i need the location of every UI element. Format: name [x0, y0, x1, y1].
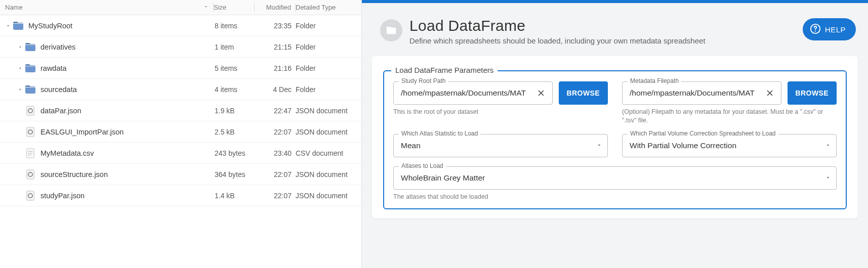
expander-down-icon[interactable]: [4, 23, 12, 28]
load-dataframe-fieldset: Load DataFrame Parameters Study Root Pat…: [383, 70, 847, 209]
file-size: 4 items: [215, 85, 255, 94]
atlases-label: Atlases to Load: [399, 162, 446, 169]
svg-rect-0: [27, 106, 34, 115]
file-name: studyPar.json: [40, 192, 85, 200]
expander-right-icon[interactable]: [16, 87, 24, 92]
file-name: derivatives: [40, 43, 75, 51]
file-modified: 22:47: [255, 107, 296, 115]
metadata-browse-button[interactable]: BROWSE: [788, 81, 837, 105]
atlas-statistic-select[interactable]: Which Atlas Statistic to Load Mean: [393, 134, 608, 157]
file-size: 1.4 kB: [215, 192, 255, 200]
file-type: Folder: [296, 85, 361, 94]
expander-right-icon[interactable]: [16, 44, 24, 50]
chevron-down-icon: [825, 173, 831, 183]
file-row[interactable]: dataPar.json1.9 kB22:47JSON document: [0, 100, 361, 121]
file-name: MyMetadata.csv: [40, 149, 94, 157]
metadata-helper: (Optional) Filepath to any metadata for …: [622, 108, 837, 125]
file-type: JSON document: [296, 128, 361, 136]
file-type: Folder: [296, 64, 361, 72]
svg-rect-10: [27, 191, 34, 200]
sort-chevron-icon: [203, 4, 209, 11]
file-name: rawdata: [40, 64, 67, 72]
metadata-label: Metadata Filepath: [628, 77, 681, 84]
file-size: 243 bytes: [215, 149, 255, 157]
file-row[interactable]: sourceStructure.json364 bytes22:07JSON d…: [0, 164, 361, 185]
file-row[interactable]: EASLGUI_ImportPar.json2.5 kB22:07JSON do…: [0, 121, 361, 143]
file-modified: 22:07: [255, 192, 296, 200]
clear-icon[interactable]: [764, 87, 776, 99]
page-subtitle: Define which spreadsheets should be load…: [409, 36, 706, 45]
file-type: JSON document: [296, 192, 361, 200]
file-size: 1 item: [215, 43, 255, 51]
file-type: Folder: [296, 43, 361, 51]
file-row[interactable]: derivatives1 item21:15Folder: [0, 36, 361, 58]
atlas-statistic-label: Which Atlas Statistic to Load: [399, 130, 480, 137]
help-label: HELP: [825, 25, 846, 34]
file-size: 1.9 kB: [215, 107, 255, 115]
file-modified: 21:16: [255, 64, 296, 72]
study-root-input[interactable]: [401, 88, 535, 98]
file-row[interactable]: MyMetadata.csv243 bytes23:40CSV document: [0, 143, 361, 164]
load-dataframe-panel: Load DataFrame Define which spreadsheets…: [362, 0, 868, 268]
file-name: dataPar.json: [40, 107, 81, 115]
file-icon: [24, 190, 36, 202]
file-modified: 4 Dec: [255, 85, 296, 94]
pvc-label: Which Partial Volume Correction Spreadsh…: [628, 130, 778, 137]
file-name: MyStudyRoot: [28, 22, 72, 30]
pvc-select[interactable]: Which Partial Volume Correction Spreadsh…: [622, 134, 837, 157]
file-browser: Name Size Modified Detailed Type MyStudy…: [0, 0, 362, 268]
file-size: 364 bytes: [215, 170, 255, 178]
file-icon: [24, 168, 36, 181]
expander-right-icon[interactable]: [16, 66, 24, 71]
folder-icon: [24, 62, 36, 74]
svg-point-13: [815, 30, 816, 31]
svg-rect-8: [27, 169, 34, 178]
file-row[interactable]: MyStudyRoot8 items23:35Folder: [0, 15, 361, 36]
file-icon: [24, 147, 36, 159]
folder-header-icon: [380, 19, 402, 41]
file-size: 2.5 kB: [215, 128, 255, 136]
study-root-helper: This is the root of your dataset: [393, 108, 608, 116]
study-root-browse-button[interactable]: BROWSE: [559, 81, 608, 105]
metadata-field[interactable]: Metadata Filepath: [622, 81, 781, 105]
column-header-name[interactable]: Name: [0, 4, 213, 11]
file-icon: [24, 105, 36, 117]
help-button[interactable]: HELP: [803, 18, 856, 40]
atlas-statistic-value: Mean: [401, 141, 421, 150]
column-header-type[interactable]: Detailed Type: [296, 4, 361, 11]
file-type: Folder: [296, 22, 361, 30]
folder-icon: [24, 83, 36, 96]
folder-icon: [12, 20, 24, 32]
help-icon: [810, 23, 821, 36]
file-type: JSON document: [296, 107, 361, 115]
file-row[interactable]: studyPar.json1.4 kB22:07JSON document: [0, 185, 361, 206]
page-title: Load DataFrame: [409, 17, 706, 34]
file-browser-header: Name Size Modified Detailed Type: [0, 0, 361, 15]
file-modified: 23:40: [255, 149, 296, 157]
pvc-value: With Partial Volume Correction: [630, 141, 736, 150]
file-icon: [24, 126, 36, 138]
file-row[interactable]: sourcedata4 items4 DecFolder: [0, 79, 361, 100]
svg-rect-2: [27, 127, 34, 136]
folder-icon: [24, 41, 36, 53]
file-type: CSV document: [296, 149, 361, 157]
study-root-label: Study Root Path: [399, 77, 448, 84]
fieldset-legend: Load DataFrame Parameters: [391, 66, 498, 74]
file-name: sourcedata: [40, 85, 77, 94]
chevron-down-icon: [596, 141, 602, 150]
file-name: EASLGUI_ImportPar.json: [40, 128, 123, 136]
column-header-size[interactable]: Size: [214, 4, 254, 11]
file-modified: 21:15: [255, 43, 296, 51]
atlases-select[interactable]: Atlases to Load WholeBrain Grey Matter: [393, 166, 837, 190]
clear-icon[interactable]: [535, 87, 547, 99]
file-type: JSON document: [296, 170, 361, 178]
file-row[interactable]: rawdata5 items21:16Folder: [0, 58, 361, 79]
file-modified: 23:35: [255, 22, 296, 30]
file-size: 5 items: [215, 64, 255, 72]
column-header-modified[interactable]: Modified: [255, 4, 295, 11]
metadata-input[interactable]: [630, 88, 764, 98]
chevron-down-icon: [825, 141, 831, 150]
study-root-field[interactable]: Study Root Path: [393, 81, 553, 105]
file-size: 8 items: [215, 22, 255, 30]
file-name: sourceStructure.json: [40, 170, 108, 178]
